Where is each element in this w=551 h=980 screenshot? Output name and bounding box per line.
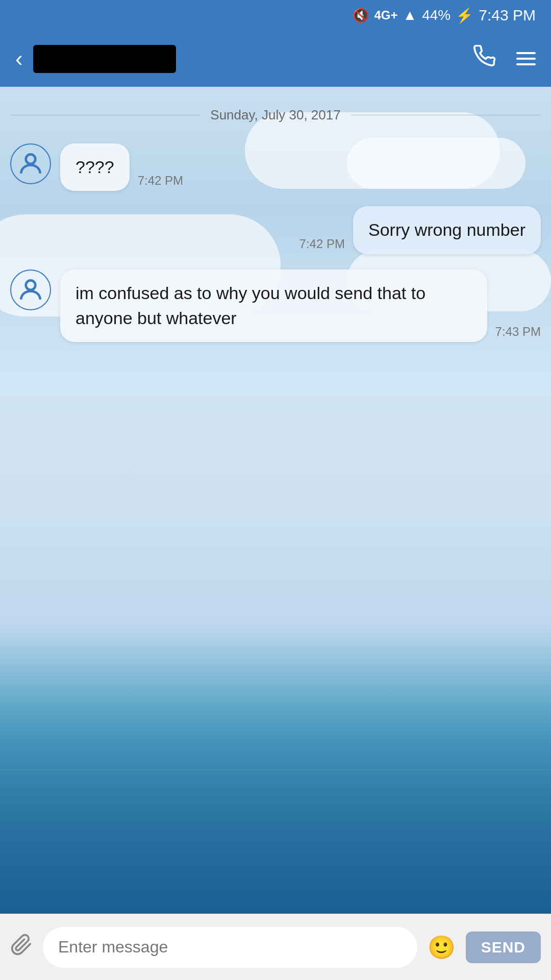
message-text: im confused as to why you would send tha… xyxy=(76,283,425,328)
battery-level: 44% xyxy=(422,7,450,23)
message-row: im confused as to why you would send tha… xyxy=(10,270,541,342)
message-time: 7:43 PM xyxy=(495,325,541,339)
svg-point-1 xyxy=(26,280,36,290)
incoming-bubble-group: im confused as to why you would send tha… xyxy=(60,270,541,342)
phone-icon[interactable] xyxy=(473,45,496,72)
message-row: 7:42 PM Sorry wrong number xyxy=(10,206,541,254)
outgoing-bubble-group: 7:42 PM Sorry wrong number xyxy=(299,206,541,254)
contact-name-redacted xyxy=(33,45,176,73)
input-bar: 🙂 SEND xyxy=(0,914,551,980)
message-text: ???? xyxy=(76,157,114,177)
svg-point-0 xyxy=(26,154,36,164)
back-button[interactable]: ‹ xyxy=(15,46,23,71)
messages-container: Sunday, July 30, 2017 ???? 7:42 PM 7:42 … xyxy=(0,87,551,914)
send-button[interactable]: SEND xyxy=(466,932,541,963)
network-icon: 4G+ xyxy=(374,8,397,22)
chat-area: Sunday, July 30, 2017 ???? 7:42 PM 7:42 … xyxy=(0,87,551,914)
date-separator-text: Sunday, July 30, 2017 xyxy=(210,107,340,123)
message-bubble: ???? xyxy=(60,143,130,191)
avatar xyxy=(10,143,51,184)
signal-bars-icon: ▲ xyxy=(403,7,417,23)
battery-icon: ⚡ xyxy=(456,7,473,24)
separator-line-left xyxy=(10,115,200,115)
message-bubble: Sorry wrong number xyxy=(353,206,541,254)
message-bubble: im confused as to why you would send tha… xyxy=(60,270,487,342)
status-bar: 🔇 4G+ ▲ 44% ⚡ 7:43 PM xyxy=(0,0,551,31)
message-input[interactable] xyxy=(43,927,417,968)
incoming-bubble-group: ???? 7:42 PM xyxy=(60,143,183,191)
message-row: ???? 7:42 PM xyxy=(10,143,541,191)
attach-button[interactable] xyxy=(10,934,33,961)
message-time: 7:42 PM xyxy=(299,237,345,251)
emoji-button[interactable]: 🙂 xyxy=(428,934,456,961)
message-text: Sorry wrong number xyxy=(368,220,525,239)
avatar xyxy=(10,270,51,310)
app-bar: ‹ xyxy=(0,31,551,87)
separator-line-right xyxy=(351,115,541,115)
mute-icon: 🔇 xyxy=(353,8,369,23)
date-separator: Sunday, July 30, 2017 xyxy=(10,107,541,123)
menu-icon[interactable] xyxy=(516,52,536,65)
clock: 7:43 PM xyxy=(479,7,536,24)
message-time: 7:42 PM xyxy=(138,174,183,188)
